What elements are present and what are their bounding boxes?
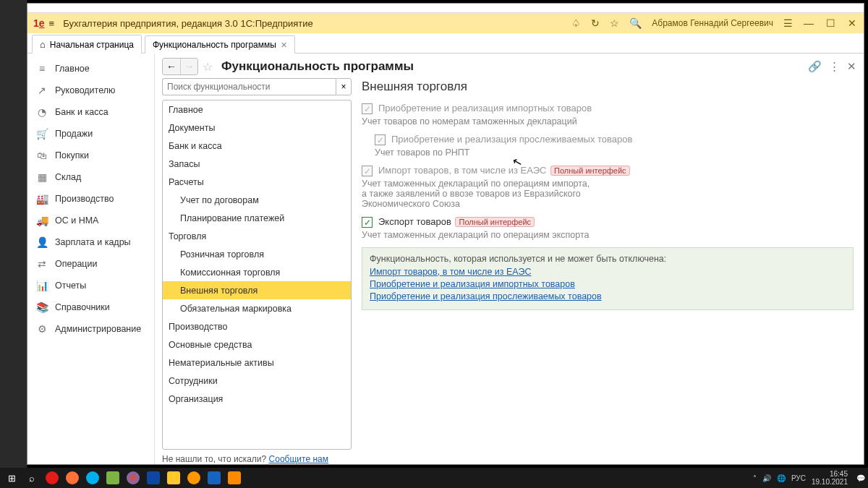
tray-lang[interactable]: РУС <box>791 474 806 482</box>
tab-home[interactable]: ⌂ Начальная страница <box>32 35 142 53</box>
bell-icon[interactable]: ♤ <box>571 17 581 29</box>
tree-item[interactable]: Планирование платежей <box>163 209 351 227</box>
sidebar-item-production[interactable]: 🏭Производство <box>27 188 154 210</box>
taskbar-app[interactable] <box>64 469 81 487</box>
tray-sound-icon[interactable]: 🔊 <box>762 474 771 482</box>
content: ← → ☆ Функциональность программы 🔗 ⋮ ✕ × <box>155 53 864 464</box>
tab-label: Функциональность программы <box>153 40 276 50</box>
tree-item[interactable]: Документы <box>163 119 351 137</box>
link-icon[interactable]: 🔗 <box>808 60 822 73</box>
not-found-prompt: Не нашли то, что искали? Сообщите нам <box>162 454 352 464</box>
sidebar-item-assets[interactable]: 🚚ОС и НМА <box>27 210 154 231</box>
taskbar-app[interactable] <box>84 469 101 487</box>
tree-item[interactable]: Обязательная маркировка <box>163 299 351 317</box>
tree-item[interactable]: Расчеты <box>163 173 351 191</box>
option-desc: Учет таможенных деклараций по операциям … <box>362 230 854 240</box>
page-close-icon[interactable]: ✕ <box>847 60 856 73</box>
taskbar: ⊞ ⌕ ˄ 🔊 🌐 РУС 16:45 19.10.2021 💬 <box>0 468 868 488</box>
back-button[interactable]: ← <box>163 59 180 74</box>
window-titlebar <box>27 4 864 13</box>
sidebar-item-reports[interactable]: 📊Отчеты <box>27 275 154 296</box>
user-name[interactable]: Абрамов Геннадий Сергеевич <box>652 18 773 28</box>
kebab-icon[interactable]: ⋮ <box>829 60 840 73</box>
option-label: Приобретение и реализация прослеживаемых… <box>391 134 632 145</box>
settings-icon[interactable]: ☰ <box>783 17 793 29</box>
tree-item[interactable]: Основные средства <box>163 335 351 354</box>
info-link[interactable]: Приобретение и реализация прослеживаемых… <box>370 291 846 301</box>
tree-item[interactable]: Организация <box>163 390 351 408</box>
taskbar-app[interactable] <box>185 469 203 487</box>
tray-notif-icon[interactable]: 💬 <box>856 474 865 482</box>
taskbar-app[interactable] <box>145 469 162 487</box>
taskbar-app[interactable] <box>226 469 243 487</box>
tray-network-icon[interactable]: 🌐 <box>777 474 786 482</box>
tree-item[interactable]: Запасы <box>163 155 351 173</box>
taskbar-app[interactable] <box>104 469 122 487</box>
close-icon[interactable]: ✕ <box>281 40 287 50</box>
sidebar-item-warehouse[interactable]: ▦Склад <box>27 166 154 188</box>
taskbar-search-icon[interactable]: ⌕ <box>23 469 41 487</box>
sidebar-item-manager[interactable]: ↗Руководителю <box>27 80 154 101</box>
app-title: Бухгалтерия предприятия, редакция 3.0 1С… <box>63 18 571 29</box>
taskbar-app[interactable] <box>205 469 223 487</box>
sidebar-item-admin[interactable]: ⚙Администрирование <box>27 318 154 340</box>
forward-button[interactable]: → <box>180 59 197 74</box>
sidebar-item-salary[interactable]: 👤Зарплата и кадры <box>27 231 154 253</box>
taskbar-app[interactable] <box>165 469 182 487</box>
cart-icon: 🛒 <box>36 128 48 140</box>
checkbox-traceable: ✓ <box>375 134 386 145</box>
tree-item[interactable]: Банк и касса <box>163 137 351 155</box>
info-link[interactable]: Приобретение и реализация импортных това… <box>370 279 846 289</box>
sidebar: ≡Главное ↗Руководителю ◔Банк и касса 🛒Пр… <box>27 53 155 464</box>
taskbar-app[interactable] <box>124 469 142 487</box>
truck-icon: 🚚 <box>36 215 48 226</box>
tree-item[interactable]: Нематериальные активы <box>163 354 351 372</box>
trend-icon: ↗ <box>36 85 48 96</box>
maximize-button[interactable]: ☐ <box>825 17 836 29</box>
warehouse-icon: ▦ <box>36 171 48 183</box>
tree-item-selected[interactable]: Внешняя торговля <box>163 281 351 299</box>
page-header: ← → ☆ Функциональность программы 🔗 ⋮ ✕ <box>155 53 864 78</box>
swap-icon: ⇄ <box>36 258 48 270</box>
tree-item[interactable]: Производство <box>163 317 351 335</box>
tree-item[interactable]: Розничная торговля <box>163 245 351 263</box>
sidebar-item-main[interactable]: ≡Главное <box>27 58 154 80</box>
logo-1c: 1e <box>33 17 45 29</box>
start-button[interactable]: ⊞ <box>3 469 20 487</box>
app-window: 1e ≡ Бухгалтерия предприятия, редакция 3… <box>27 3 864 465</box>
sidebar-item-bank[interactable]: ◔Банк и касса <box>27 101 154 123</box>
tree-item[interactable]: Главное <box>163 100 351 119</box>
tree-panel: × Главное Документы Банк и касса Запасы … <box>162 78 352 464</box>
tab-functionality[interactable]: Функциональность программы ✕ <box>145 35 295 53</box>
history-icon[interactable]: ↻ <box>591 17 600 29</box>
tree-item[interactable]: Комиссионная торговля <box>163 263 351 281</box>
sidebar-item-purchases[interactable]: 🛍Покупки <box>27 145 154 166</box>
search-icon[interactable]: 🔍 <box>629 17 642 29</box>
star-icon[interactable]: ☆ <box>610 17 619 29</box>
option-label: Импорт товаров, в том числе из ЕАЭС Полн… <box>378 165 630 176</box>
tree-item[interactable]: Торговля <box>163 227 351 245</box>
taskbar-app[interactable] <box>43 469 61 487</box>
sidebar-item-sales[interactable]: 🛒Продажи <box>27 123 154 145</box>
report-link[interactable]: Сообщите нам <box>269 454 328 464</box>
clear-icon[interactable]: × <box>336 78 352 95</box>
tray-chevron-icon[interactable]: ˄ <box>753 474 757 482</box>
info-link[interactable]: Импорт товаров, в том числе из ЕАЭС <box>370 267 846 277</box>
list-icon: ≡ <box>36 63 48 74</box>
search-input[interactable] <box>162 78 336 95</box>
sidebar-item-dicts[interactable]: 📚Справочники <box>27 296 154 318</box>
tab-label: Начальная страница <box>50 40 134 50</box>
home-icon: ⌂ <box>40 39 46 50</box>
minimize-button[interactable]: — <box>803 17 814 29</box>
checkbox-import-eaes: ✓ <box>362 166 373 176</box>
app-close-button[interactable]: ✕ <box>846 17 858 29</box>
tree-item[interactable]: Учет по договорам <box>163 191 351 209</box>
header-right: ♤ ↻ ☆ 🔍 Абрамов Геннадий Сергеевич ☰ — ☐… <box>571 17 858 29</box>
checkbox-export[interactable]: ✓ <box>362 217 373 228</box>
page-title: Функциональность программы <box>221 59 414 74</box>
menu-icon[interactable]: ≡ <box>49 18 55 29</box>
sidebar-item-operations[interactable]: ⇄Операции <box>27 253 154 275</box>
tree-item[interactable]: Сотрудники <box>163 372 351 390</box>
favorite-icon[interactable]: ☆ <box>203 60 213 74</box>
tray-clock[interactable]: 16:45 19.10.2021 <box>812 470 851 486</box>
